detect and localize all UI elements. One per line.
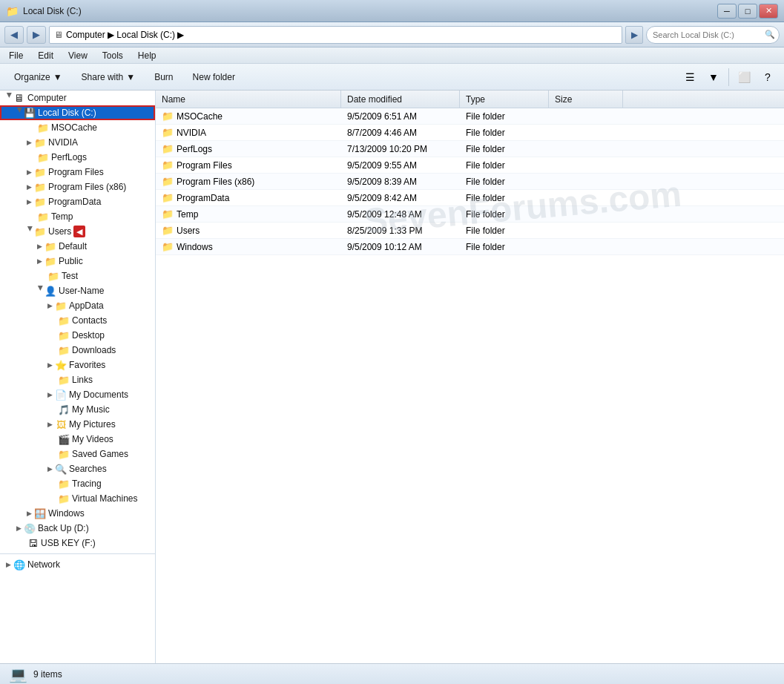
close-button[interactable]: ✕ bbox=[759, 4, 778, 19]
sidebar-item-perflogs[interactable]: 📁 PerfLogs bbox=[0, 150, 155, 165]
public-expand-icon: ▶ bbox=[34, 256, 45, 266]
address-path[interactable]: 🖥 Computer ▶ Local Disk (C:) ▶ bbox=[49, 26, 622, 44]
downloads-label: Downloads bbox=[72, 345, 116, 355]
sidebar-item-program-files-x86[interactable]: ▶ 📁 Program Files (x86) bbox=[0, 180, 155, 194]
table-row[interactable]: 📁 ProgramData 9/5/2009 8:42 AM File fold… bbox=[156, 190, 784, 206]
table-row[interactable]: 📁 MSOCache 9/5/2009 6:51 AM File folder bbox=[156, 108, 784, 125]
sidebar-item-test[interactable]: 📁 Test bbox=[0, 269, 155, 283]
burn-button[interactable]: Burn bbox=[146, 67, 181, 88]
perflogs-label: PerfLogs bbox=[51, 152, 87, 162]
sidebar-item-username[interactable]: ▶ 👤 User-Name bbox=[0, 283, 155, 298]
sidebar-item-programdata[interactable]: ▶ 📁 ProgramData bbox=[0, 194, 155, 209]
sidebar-item-tracing[interactable]: 📁 Tracing bbox=[0, 476, 155, 491]
col-header-date[interactable]: Date modified bbox=[341, 91, 460, 108]
status-item-count: 9 items bbox=[33, 669, 62, 680]
sidebar-item-backup[interactable]: ▶ 💿 Back Up (D:) bbox=[0, 521, 155, 536]
sidebar-item-my-pictures[interactable]: ▶ 🖼 My Pictures bbox=[0, 417, 155, 432]
sidebar-item-windows[interactable]: ▶ 🪟 Windows bbox=[0, 506, 155, 521]
table-row[interactable]: 📁 PerfLogs 7/13/2009 10:20 PM File folde… bbox=[156, 141, 784, 157]
sidebar-item-saved-games[interactable]: 📁 Saved Games bbox=[0, 447, 155, 461]
table-row[interactable]: 📁 Windows 9/5/2009 10:12 AM File folder bbox=[156, 239, 784, 255]
table-row[interactable]: 📁 NVIDIA 8/7/2009 4:46 AM File folder bbox=[156, 125, 784, 141]
file-cell-type: File folder bbox=[460, 111, 549, 122]
username-folder-icon: 👤 bbox=[45, 285, 56, 297]
file-date: 9/5/2009 12:48 AM bbox=[347, 209, 422, 220]
file-cell-date: 9/5/2009 8:39 AM bbox=[341, 177, 460, 187]
table-row[interactable]: 📁 Program Files (x86) 9/5/2009 8:39 AM F… bbox=[156, 174, 784, 190]
search-wrapper bbox=[646, 26, 780, 44]
sidebar-item-computer[interactable]: ▶ 🖥 Computer bbox=[0, 91, 155, 105]
sidebar-item-msocache[interactable]: 📁 MSOCache bbox=[0, 120, 155, 135]
sidebar-item-public[interactable]: ▶ 📁 Public bbox=[0, 254, 155, 269]
minimize-button[interactable]: ─ bbox=[717, 4, 737, 19]
organize-button[interactable]: Organize ▼ bbox=[6, 67, 70, 88]
pfx86-expand-icon: ▶ bbox=[24, 182, 34, 192]
address-bar: ◀ ▶ 🖥 Computer ▶ Local Disk (C:) ▶ ▶ bbox=[0, 22, 784, 47]
nvidia-label: NVIDIA bbox=[48, 137, 78, 148]
file-folder-icon: 📁 bbox=[162, 208, 174, 220]
menu-edit[interactable]: Edit bbox=[35, 49, 56, 62]
sidebar-item-virtual-machines[interactable]: 📁 Virtual Machines bbox=[0, 491, 155, 506]
menu-help[interactable]: Help bbox=[135, 49, 159, 62]
mydocs-label: My Documents bbox=[69, 389, 128, 400]
col-header-size[interactable]: Size bbox=[549, 91, 623, 108]
table-row[interactable]: 📁 Temp 9/5/2009 12:48 AM File folder bbox=[156, 206, 784, 223]
mymusic-label: My Music bbox=[72, 404, 110, 415]
search-input[interactable] bbox=[646, 26, 780, 44]
sidebar-item-favorites[interactable]: ▶ ⭐ Favorites bbox=[0, 358, 155, 372]
menu-view[interactable]: View bbox=[65, 49, 90, 62]
menu-bar: File Edit View Tools Help bbox=[0, 47, 784, 64]
file-rows-container: 📁 MSOCache 9/5/2009 6:51 AM File folder … bbox=[156, 108, 784, 255]
new-folder-button[interactable]: New folder bbox=[185, 67, 243, 88]
file-cell-name: 📁 Windows bbox=[156, 241, 341, 252]
share-with-button[interactable]: Share with ▼ bbox=[73, 67, 144, 88]
col-header-name[interactable]: Name bbox=[156, 91, 341, 108]
menu-file[interactable]: File bbox=[6, 49, 26, 62]
table-row[interactable]: 📁 Program Files 9/5/2009 9:55 AM File fo… bbox=[156, 157, 784, 174]
view-mode-dropdown[interactable]: ▼ bbox=[703, 67, 724, 88]
file-cell-date: 9/5/2009 10:12 AM bbox=[341, 242, 460, 252]
sidebar-item-network[interactable]: ▶ 🌐 Network bbox=[0, 557, 155, 572]
organize-arrow-icon: ▼ bbox=[53, 72, 62, 82]
sidebar-item-downloads[interactable]: 📁 Downloads bbox=[0, 343, 155, 358]
file-cell-name: 📁 Temp bbox=[156, 208, 341, 220]
sidebar-item-my-videos[interactable]: 🎬 My Videos bbox=[0, 432, 155, 447]
sidebar-item-nvidia[interactable]: ▶ 📁 NVIDIA bbox=[0, 135, 155, 150]
sidebar-item-local-disk[interactable]: ▶ 💾 Local Disk (C:) bbox=[0, 105, 155, 120]
forward-button[interactable]: ▶ bbox=[27, 26, 46, 44]
menu-tools[interactable]: Tools bbox=[99, 49, 126, 62]
msocache-folder-icon: 📁 bbox=[37, 122, 49, 134]
sidebar-item-my-documents[interactable]: ▶ 📄 My Documents bbox=[0, 387, 155, 402]
maximize-button[interactable]: □ bbox=[738, 4, 757, 19]
sidebar-item-my-music[interactable]: 🎵 My Music bbox=[0, 402, 155, 417]
mymusic-folder-icon: 🎵 bbox=[58, 404, 70, 415]
view-mode-button[interactable]: ☰ bbox=[679, 67, 700, 88]
sidebar-item-users[interactable]: ▶ 📁 Users ◀ bbox=[0, 224, 155, 239]
preview-pane-button[interactable]: ⬜ bbox=[734, 67, 754, 88]
help-button[interactable]: ? bbox=[757, 67, 778, 88]
sidebar-item-temp[interactable]: 📁 Temp bbox=[0, 209, 155, 224]
sidebar-item-program-files[interactable]: ▶ 📁 Program Files bbox=[0, 165, 155, 180]
refresh-button[interactable]: ▶ bbox=[625, 26, 643, 44]
temp-folder-icon: 📁 bbox=[37, 211, 49, 223]
public-label: Public bbox=[59, 256, 83, 266]
sidebar-item-searches[interactable]: ▶ 🔍 Searches bbox=[0, 461, 155, 476]
sidebar-item-appdata[interactable]: ▶ 📁 AppData bbox=[0, 298, 155, 313]
col-header-type[interactable]: Type bbox=[460, 91, 549, 108]
file-name: Windows bbox=[177, 242, 213, 252]
sidebar-item-usb[interactable]: 🖫 USB KEY (F:) bbox=[0, 536, 155, 550]
computer-label: Computer bbox=[27, 93, 67, 103]
username-expand-icon: ▶ bbox=[34, 286, 45, 296]
sidebar-item-desktop[interactable]: 📁 Desktop bbox=[0, 328, 155, 343]
sidebar-item-links[interactable]: 📁 Links bbox=[0, 372, 155, 387]
sidebar-item-default[interactable]: ▶ 📁 Default bbox=[0, 239, 155, 254]
mypics-folder-icon: 🖼 bbox=[55, 418, 67, 430]
file-type: File folder bbox=[466, 160, 505, 171]
network-expand-icon: ▶ bbox=[3, 559, 13, 570]
pf-folder-icon: 📁 bbox=[34, 166, 46, 178]
back-button[interactable]: ◀ bbox=[4, 26, 24, 44]
table-row[interactable]: 📁 Users 8/25/2009 1:33 PM File folder bbox=[156, 223, 784, 239]
sidebar-item-contacts[interactable]: 📁 Contacts bbox=[0, 313, 155, 328]
file-cell-name: 📁 NVIDIA bbox=[156, 127, 341, 138]
file-cell-type: File folder bbox=[460, 209, 549, 220]
